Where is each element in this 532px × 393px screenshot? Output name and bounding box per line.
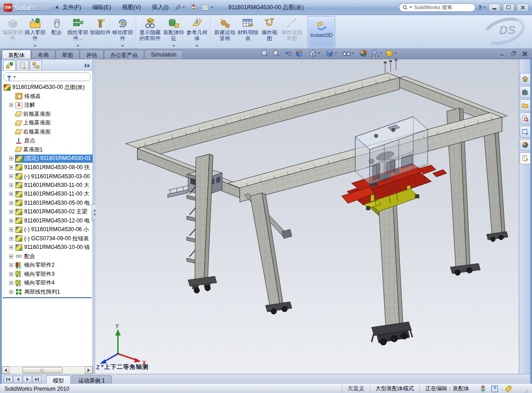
solidworks-search-button[interactable] — [520, 113, 530, 124]
apply-scene-icon[interactable] — [370, 49, 383, 58]
new-motion-study-button[interactable]: 新建运动算例 — [213, 16, 237, 48]
minimize-button[interactable] — [489, 4, 500, 11]
file-explorer-button[interactable] — [520, 99, 530, 111]
edit-appearance-icon[interactable] — [358, 49, 368, 58]
expander-icon[interactable] — [9, 254, 13, 259]
tab-assembly[interactable]: 装配体 — [2, 50, 31, 59]
tree-item-component[interactable]: 911601RMG4530-12-00 电 — [2, 217, 93, 226]
expander-icon[interactable] — [9, 192, 13, 196]
smart-fasteners-button[interactable]: 智能扣件 — [89, 16, 111, 48]
close-button[interactable] — [517, 4, 528, 11]
zoom-to-fit-icon[interactable] — [260, 49, 270, 58]
custom-properties-button[interactable] — [520, 152, 530, 164]
scrollbar-thumb[interactable] — [22, 367, 62, 373]
filter-caret-icon[interactable] — [13, 76, 16, 78]
expander-icon[interactable] — [9, 156, 13, 160]
tab-model[interactable]: 模型 — [46, 375, 71, 384]
tree-item-plane1[interactable]: 基准面1 — [2, 145, 93, 155]
zoom-to-area-icon[interactable] — [271, 49, 281, 58]
rollback-bar[interactable] — [3, 297, 92, 298]
solidworks-resources-button[interactable] — [520, 73, 530, 85]
tree-item-component[interactable]: 911601RMG4530-02 主梁 — [2, 207, 93, 217]
scroll-right-button[interactable] — [85, 367, 93, 374]
tree-item-component[interactable]: 911601RMG4530-10-00 锚 — [2, 243, 93, 252]
tab-scroll-last-button[interactable] — [32, 376, 41, 383]
tab-scroll-next-button[interactable] — [23, 376, 32, 383]
display-style-icon[interactable] — [325, 49, 338, 58]
expander-icon[interactable] — [9, 290, 13, 294]
tab-sketch[interactable]: 草图 — [56, 50, 79, 59]
bill-of-materials-button[interactable]: 材料明细表 — [237, 16, 259, 48]
near-left-leg[interactable] — [245, 193, 292, 314]
tree-item-mirror3[interactable]: 镜向零部件3 — [2, 270, 93, 279]
menu-view[interactable]: 视图(V) — [122, 4, 141, 11]
tree-item-component[interactable]: 911601RMG4530-05-00 电 — [2, 199, 93, 208]
panel-horizontal-scrollbar[interactable] — [2, 366, 93, 374]
tree-item-component[interactable]: 911601RMG4530-08-00 扶 — [2, 163, 93, 172]
tab-evaluate[interactable]: 评估 — [80, 50, 103, 59]
move-component-button[interactable]: 移动零部件 — [112, 16, 134, 48]
tree-item-right-plane[interactable]: 右视基准面 — [2, 128, 93, 137]
assembly-features-button[interactable]: 装配体特征 — [162, 16, 186, 48]
scroll-left-button[interactable] — [2, 367, 10, 374]
insert-component-button[interactable]: 插入零部件 — [24, 16, 46, 48]
feature-tree-tab[interactable] — [3, 60, 15, 70]
gantry-crane[interactable]: Y X Z — [96, 59, 508, 371]
expander-icon[interactable] — [9, 228, 13, 232]
expander-icon[interactable] — [9, 174, 13, 178]
menu-edit[interactable]: 编辑(E) — [92, 4, 111, 11]
maximize-button[interactable] — [503, 4, 514, 11]
expander-icon[interactable] — [9, 263, 13, 267]
tab-office-products[interactable]: 办公室产品 — [104, 50, 144, 59]
crane-model[interactable]: Y X Z — [95, 59, 519, 374]
expander-icon[interactable] — [9, 219, 13, 223]
expander-icon[interactable] — [9, 281, 13, 285]
panel-chevron-icon[interactable] — [85, 63, 91, 68]
expander-icon[interactable] — [9, 272, 13, 276]
expander-icon[interactable] — [9, 103, 13, 107]
quick-tips-icon[interactable]: ? — [491, 386, 498, 392]
tree-item-mirror2[interactable]: 镜向零部件2 — [2, 261, 93, 270]
tree-item-local-pattern[interactable]: 局部线性阵列1 — [2, 288, 93, 297]
menu-collapse-icon[interactable] — [56, 5, 58, 9]
expander-icon[interactable] — [9, 245, 13, 249]
explode-line-sketch-button[interactable]: 爆炸直线草图 — [280, 16, 304, 48]
tree-item-front-plane[interactable]: 前视基准面 — [2, 110, 93, 119]
doc-close-button[interactable] — [520, 50, 529, 57]
show-hidden-components-button[interactable]: 显示隐藏的零部件 — [139, 16, 161, 48]
view-settings-icon[interactable] — [384, 49, 398, 58]
search-scope-caret-icon[interactable] — [409, 6, 412, 8]
doc-minimize-button[interactable] — [497, 50, 506, 57]
exploded-view-button[interactable]: 爆炸视图 — [259, 16, 279, 48]
tab-simulation[interactable]: Simulation — [145, 50, 183, 59]
linear-component-pattern-button[interactable]: 线性零部件... — [67, 16, 89, 48]
tree-item-top-plane[interactable]: 上视基准面 — [2, 119, 93, 128]
tree-item-component-fixed[interactable]: (固定) 911601RMG4530-01 — [2, 154, 93, 163]
hide-show-items-icon[interactable] — [341, 49, 355, 58]
design-library-button[interactable] — [520, 86, 530, 98]
instant3d-button[interactable]: Instant3D — [308, 16, 335, 48]
tree-item-component[interactable]: (-) GCS0734-09-00 拉锚装 — [2, 234, 93, 243]
tree-item-component[interactable]: (-) 911601RMG4530-03-00 — [2, 172, 93, 181]
view-orientation-icon[interactable] — [308, 49, 321, 58]
search-input[interactable]: SolidWorks 搜索 — [399, 3, 475, 12]
tree-item-mates[interactable]: 配合 — [2, 252, 93, 261]
tag-icon[interactable] — [504, 385, 512, 392]
tab-layout[interactable]: 布局 — [31, 50, 55, 59]
tree-item-component[interactable]: 911601RMG4530-11-00 大 — [2, 190, 93, 199]
resize-grip[interactable] — [522, 386, 527, 392]
menu-insert[interactable]: 插入(I) — [152, 4, 169, 11]
graphics-viewport[interactable]: Y X Z *上下二等角轴测 — [95, 59, 519, 374]
edit-component-button[interactable]: 编辑零部件 — [2, 16, 24, 48]
tree-item-origin[interactable]: 原点 — [2, 136, 93, 145]
tree-item-mirror4[interactable]: 镜向零部件4 — [2, 279, 93, 288]
tab-motion-study[interactable]: 运动算例 1 — [72, 375, 112, 384]
tab-scroll-prev-button[interactable] — [13, 376, 22, 383]
help-button[interactable]: ? — [478, 4, 486, 11]
configuration-manager-tab[interactable] — [30, 60, 42, 70]
property-manager-tab[interactable] — [16, 60, 29, 70]
right-end-leg[interactable] — [484, 129, 508, 242]
expander-icon[interactable] — [9, 165, 13, 170]
task-checklist-icon[interactable] — [202, 4, 213, 10]
tree-item-component[interactable]: (-) 911601RMG4530-06 小 — [2, 225, 93, 234]
